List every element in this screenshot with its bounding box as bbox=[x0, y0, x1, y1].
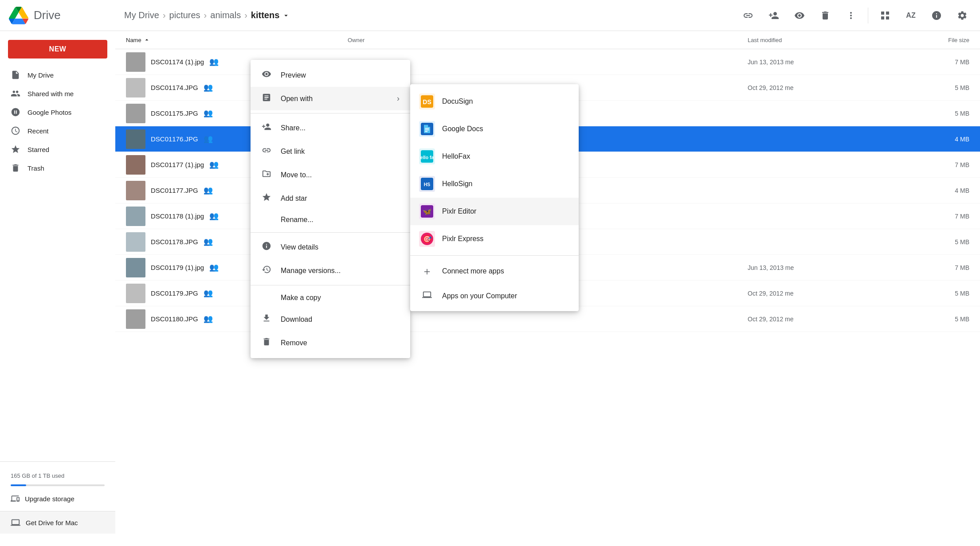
ctx-rename[interactable]: Rename... bbox=[251, 210, 410, 230]
file-thumbnail bbox=[126, 309, 145, 329]
sidebar-starred-label: Starred bbox=[27, 146, 49, 153]
get-drive-mac-item[interactable]: Get Drive for Mac bbox=[0, 511, 115, 534]
file-name: DSC01178.JPG bbox=[151, 238, 198, 246]
sub-divider bbox=[410, 255, 579, 256]
upgrade-icon bbox=[11, 494, 20, 503]
sub-google-docs[interactable]: Google Docs bbox=[410, 115, 579, 143]
ctx-rename-label: Rename... bbox=[281, 216, 314, 224]
file-thumbnail bbox=[126, 284, 145, 303]
table-row[interactable]: DSC01174 (1).jpg 👥 me Jun 13, 2013 me 7 … bbox=[115, 49, 980, 75]
ctx-divider-2 bbox=[251, 232, 410, 233]
sidebar-item-photos[interactable]: Google Photos bbox=[0, 103, 108, 121]
file-modified: Jun 13, 2013 me bbox=[748, 58, 881, 66]
link-ctx-icon bbox=[261, 145, 272, 157]
download-ctx-icon bbox=[261, 313, 272, 325]
sidebar-trash-label: Trash bbox=[27, 164, 44, 172]
file-thumbnail bbox=[126, 129, 145, 149]
my-drive-icon bbox=[11, 70, 20, 80]
sidebar-item-recent[interactable]: Recent bbox=[0, 121, 108, 140]
file-size: 7 MB bbox=[881, 264, 969, 271]
grid-view-button[interactable] bbox=[876, 7, 894, 24]
add-person-button[interactable] bbox=[765, 7, 783, 24]
logo-area: Drive bbox=[9, 6, 124, 25]
col-name-header[interactable]: Name bbox=[126, 36, 348, 43]
chevron-down-icon bbox=[282, 12, 290, 20]
get-drive-label: Get Drive for Mac bbox=[26, 519, 78, 526]
file-size: 7 MB bbox=[881, 161, 969, 168]
sidebar-my-drive-label: My Drive bbox=[27, 71, 54, 79]
sidebar-item-trash[interactable]: Trash bbox=[0, 159, 108, 177]
settings-button[interactable] bbox=[953, 7, 971, 24]
breadcrumb-current[interactable]: kittens bbox=[251, 10, 290, 20]
ctx-download[interactable]: Download bbox=[251, 308, 410, 331]
file-name: DSC01175.JPG bbox=[151, 109, 198, 117]
ctx-manage-versions[interactable]: Manage versions... bbox=[251, 259, 410, 282]
file-name: DSC01177.JPG bbox=[151, 187, 198, 194]
sidebar-item-my-drive[interactable]: My Drive bbox=[0, 66, 108, 84]
ctx-get-link-label: Get link bbox=[281, 148, 305, 156]
file-size: 4 MB bbox=[881, 187, 969, 194]
sort-button[interactable]: AZ bbox=[902, 7, 920, 24]
ctx-move-to[interactable]: Move to... bbox=[251, 163, 410, 187]
ctx-divider-3 bbox=[251, 285, 410, 285]
history-ctx-icon bbox=[261, 265, 272, 277]
sidebar-item-starred[interactable]: Starred bbox=[0, 140, 108, 159]
get-link-button[interactable] bbox=[739, 7, 757, 24]
more-options-button[interactable] bbox=[842, 7, 860, 24]
sub-connect-more[interactable]: ＋ Connect more apps bbox=[410, 258, 579, 284]
breadcrumb: My Drive › pictures › animals › kittens bbox=[124, 10, 739, 20]
ctx-add-star[interactable]: Add star bbox=[251, 187, 410, 210]
file-modified: Oct 29, 2012 me bbox=[748, 290, 881, 297]
preview-button[interactable] bbox=[791, 7, 808, 24]
svg-text:HS: HS bbox=[424, 182, 431, 187]
breadcrumb-animals[interactable]: animals bbox=[210, 10, 241, 20]
ctx-preview[interactable]: Preview bbox=[251, 63, 410, 87]
ctx-make-copy[interactable]: Make a copy bbox=[251, 288, 410, 308]
open-with-submenu: DS DocuSign Google Docs hello fax HelloF… bbox=[410, 84, 579, 311]
ctx-preview-label: Preview bbox=[281, 71, 306, 79]
file-name: DSC01179 (1).jpg bbox=[151, 264, 204, 271]
plus-icon: ＋ bbox=[419, 264, 435, 278]
upgrade-storage-label: Upgrade storage bbox=[25, 495, 74, 503]
file-size: 5 MB bbox=[881, 290, 969, 297]
file-thumbnail bbox=[126, 207, 145, 226]
recent-icon bbox=[11, 126, 20, 136]
ctx-get-link[interactable]: Get link bbox=[251, 140, 410, 163]
ctx-open-with[interactable]: Open with › bbox=[251, 87, 410, 110]
ctx-share[interactable]: Share... bbox=[251, 116, 410, 140]
new-button[interactable]: NEW bbox=[8, 40, 107, 58]
share-icon: 👥 bbox=[204, 289, 213, 298]
sub-hellosign[interactable]: HS HelloSign bbox=[410, 170, 579, 198]
remove-ctx-icon bbox=[261, 337, 272, 349]
ctx-divider-1 bbox=[251, 113, 410, 113]
header-actions: AZ bbox=[739, 7, 971, 24]
ctx-manage-versions-label: Manage versions... bbox=[281, 267, 341, 275]
ctx-move-to-label: Move to... bbox=[281, 171, 312, 179]
delete-button[interactable] bbox=[816, 7, 834, 24]
share-icon: 👥 bbox=[209, 211, 219, 221]
file-thumbnail bbox=[126, 155, 145, 175]
sub-pixlr-express[interactable]: 🎯 Pixlr Express bbox=[410, 225, 579, 253]
sub-apps-computer[interactable]: Apps on your Computer bbox=[410, 284, 579, 308]
sub-pixlr-editor[interactable]: 🦋 Pixlr Editor bbox=[410, 198, 579, 225]
sub-docusign[interactable]: DS DocuSign bbox=[410, 88, 579, 115]
breadcrumb-sep-1: › bbox=[163, 10, 166, 20]
upgrade-storage-item[interactable]: Upgrade storage bbox=[0, 490, 115, 507]
file-modified: Oct 29, 2012 me bbox=[748, 84, 881, 91]
storage-text: 165 GB of 1 TB used bbox=[0, 469, 115, 483]
svg-rect-5 bbox=[425, 131, 427, 132]
connect-more-label: Connect more apps bbox=[442, 267, 504, 275]
file-name: DSC01174.JPG bbox=[151, 84, 198, 91]
svg-text:🦋: 🦋 bbox=[423, 207, 432, 216]
sub-hellofax[interactable]: hello fax HelloFax bbox=[410, 143, 579, 170]
file-size: 5 MB bbox=[881, 238, 969, 246]
details-button[interactable] bbox=[928, 7, 945, 24]
share-icon: 👥 bbox=[209, 57, 219, 66]
ctx-view-details[interactable]: View details bbox=[251, 235, 410, 259]
ctx-add-star-label: Add star bbox=[281, 195, 307, 203]
breadcrumb-my-drive[interactable]: My Drive bbox=[124, 10, 159, 20]
sidebar-item-shared[interactable]: Shared with me bbox=[0, 84, 108, 103]
breadcrumb-pictures[interactable]: pictures bbox=[169, 10, 200, 20]
ctx-remove[interactable]: Remove bbox=[251, 331, 410, 355]
photos-icon bbox=[11, 107, 20, 117]
